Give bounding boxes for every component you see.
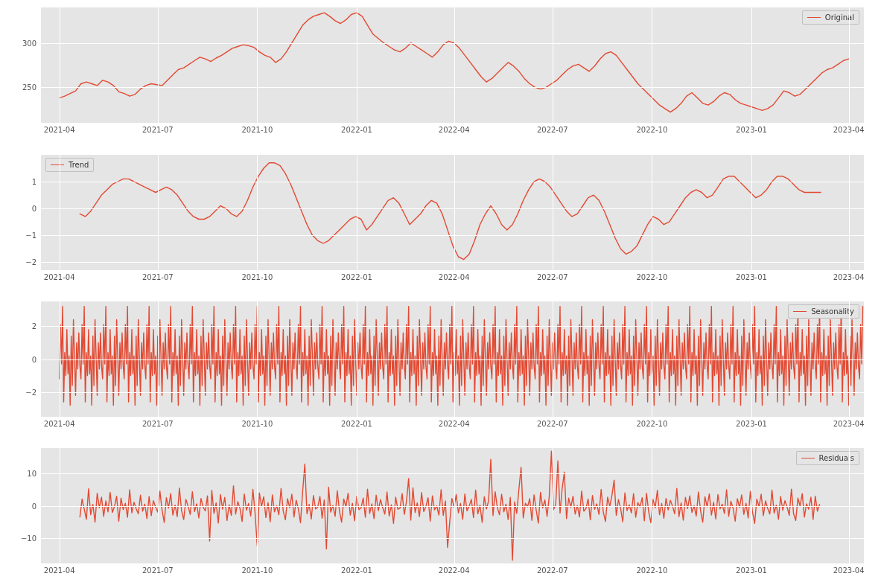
ytick-label: −1 (25, 231, 41, 240)
xtick-label: 2023-04 (833, 270, 865, 281)
xtick-label: 2022-04 (439, 563, 470, 575)
xtick-label: 2021-10 (242, 123, 273, 134)
xtick-label: 2022-01 (341, 563, 372, 575)
legend-label: Original (825, 13, 854, 22)
xtick-label: 2021-04 (44, 270, 75, 281)
xtick-label: 2023-04 (833, 123, 865, 134)
xtick-label: 2023-04 (833, 417, 865, 428)
plot-area-original: Original 2021-042021-072021-102022-01202… (41, 7, 864, 123)
line-original (41, 7, 864, 123)
xtick-label: 2022-01 (341, 270, 372, 281)
xtick-label: 2021-07 (142, 123, 174, 134)
xtick-label: 2021-04 (44, 123, 75, 134)
ytick-label: −2 (25, 258, 41, 266)
xtick-label: 2022-04 (439, 270, 470, 281)
xtick-label: 2023-01 (736, 417, 767, 428)
xtick-label: 2022-07 (537, 563, 568, 575)
plot-area-trend: Trend 2021-042021-072021-102022-012022-0… (41, 155, 864, 270)
xtick-label: 2023-04 (833, 563, 865, 575)
ytick-label: 2 (32, 322, 41, 330)
ytick-label: 0 (32, 355, 41, 363)
legend-original: Original (802, 10, 859, 25)
xtick-label: 2022-10 (636, 417, 667, 428)
subplot-seasonality: Seasonality 2021-042021-072021-102022-01… (41, 301, 864, 417)
ytick-label: 250 (22, 83, 41, 92)
legend-residuals: Residuals (796, 451, 859, 465)
legend-trend: Trend (45, 158, 94, 172)
legend-swatch (793, 311, 807, 312)
xtick-label: 2023-01 (736, 270, 767, 281)
legend-swatch (807, 17, 821, 18)
ytick-label: 0 (32, 205, 41, 213)
subplot-residuals: Residuals 2021-042021-072021-102022-0120… (41, 448, 864, 563)
xtick-label: 2022-04 (439, 123, 470, 134)
xtick-label: 2023-01 (736, 123, 767, 134)
subplot-original: Original 2021-042021-072021-102022-01202… (41, 7, 864, 123)
ytick-label: 1 (32, 178, 41, 186)
xtick-label: 2021-07 (142, 270, 174, 281)
ytick-label: 300 (22, 39, 41, 47)
plot-area-seasonality: Seasonality 2021-042021-072021-102022-01… (41, 301, 864, 417)
xtick-label: 2021-10 (242, 563, 273, 575)
xtick-label: 2022-04 (439, 417, 470, 428)
xtick-label: 2022-10 (636, 270, 667, 281)
ytick-label: 0 (32, 502, 41, 510)
xtick-label: 2023-01 (736, 563, 767, 575)
decomposition-figure: Original 2021-042021-072021-102022-01202… (0, 0, 884, 588)
xtick-label: 2022-07 (537, 270, 568, 281)
xtick-label: 2022-07 (537, 417, 568, 428)
xtick-label: 2021-07 (142, 563, 174, 575)
xtick-label: 2021-10 (242, 270, 273, 281)
xtick-label: 2022-10 (636, 563, 667, 575)
line-trend (41, 155, 864, 270)
ytick-label: 10 (27, 470, 41, 478)
xtick-label: 2021-04 (44, 563, 75, 575)
legend-label: Seasonality (811, 307, 854, 316)
ytick-label: −2 (25, 388, 41, 396)
xtick-label: 2021-04 (44, 417, 75, 428)
legend-label: Trend (69, 161, 89, 169)
plot-area-residuals: Residuals 2021-042021-072021-102022-0120… (41, 448, 864, 563)
xtick-label: 2022-07 (537, 123, 568, 134)
legend-swatch (801, 458, 815, 458)
ytick-label: −10 (21, 534, 41, 542)
xtick-label: 2022-01 (341, 417, 372, 428)
xtick-label: 2022-01 (341, 123, 372, 134)
xtick-label: 2021-07 (142, 417, 174, 428)
subplot-trend: Trend 2021-042021-072021-102022-012022-0… (41, 155, 864, 270)
xtick-label: 2022-10 (636, 123, 667, 134)
xtick-label: 2021-10 (242, 417, 273, 428)
legend-swatch (51, 164, 64, 165)
